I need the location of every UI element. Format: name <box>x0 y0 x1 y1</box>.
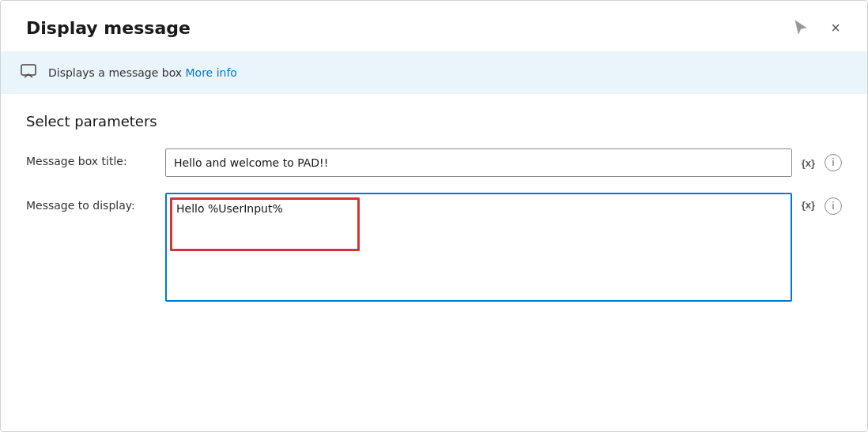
textarea-outer: Hello %UserInput% <box>165 193 792 302</box>
message-to-display-label: Message to display: <box>26 193 153 212</box>
message-to-display-row: Message to display: Hello %UserInput% {x… <box>26 193 842 302</box>
info-banner-text: Displays a message box More info <box>48 66 237 79</box>
info-banner: Displays a message box More info <box>1 51 867 94</box>
display-message-dialog: Display message × Displays a message box… <box>0 0 868 432</box>
textarea-container: Hello %UserInput% <box>165 193 792 302</box>
cursor-icon <box>791 18 810 37</box>
section-title: Select parameters <box>26 113 842 130</box>
message-box-title-input-wrapper: {x} i <box>165 148 842 177</box>
more-info-link[interactable]: More info <box>186 66 237 79</box>
message-info-button[interactable]: i <box>825 197 842 215</box>
dialog-body: Select parameters Message box title: {x}… <box>1 94 867 431</box>
message-box-icon <box>20 62 37 83</box>
message-variable-button[interactable]: {x} <box>798 197 818 212</box>
dialog-header: Display message × <box>1 1 867 51</box>
title-info-button[interactable]: i <box>825 154 842 171</box>
message-to-display-textarea-wrapper: Hello %UserInput% {x} i <box>165 193 842 302</box>
message-box-title-row: Message box title: {x} i <box>26 148 842 177</box>
close-button[interactable]: × <box>823 15 848 40</box>
message-box-title-label: Message box title: <box>26 148 153 167</box>
dialog-title: Display message <box>26 18 191 38</box>
message-box-title-input[interactable] <box>165 148 792 177</box>
title-variable-button[interactable]: {x} <box>798 156 818 171</box>
message-to-display-textarea[interactable]: Hello %UserInput% <box>168 196 789 299</box>
header-right: × <box>791 15 848 40</box>
